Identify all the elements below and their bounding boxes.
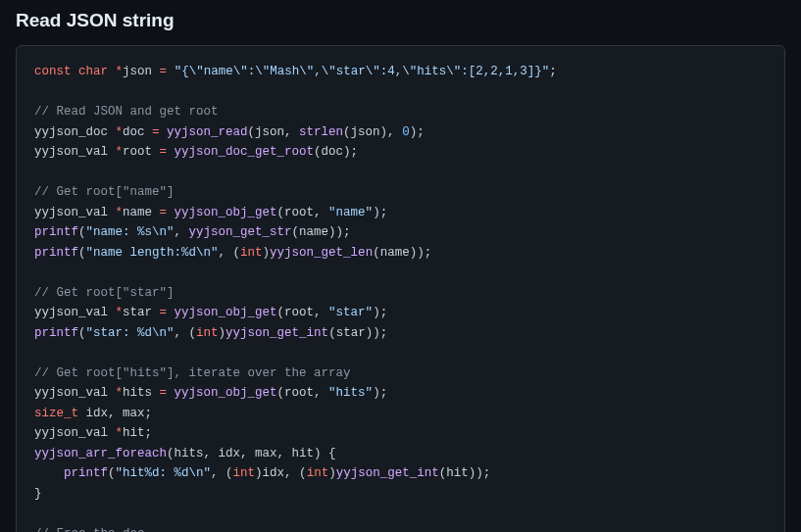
code-token: (name)); (373, 246, 431, 260)
code-token: = (160, 145, 175, 159)
code-token: name (123, 206, 160, 219)
code-token: char (78, 65, 108, 78)
code-token: yyjson_obj_get (175, 206, 277, 219)
code-token: json (123, 65, 152, 78)
code-token: * (116, 145, 124, 159)
code-token: (doc); (314, 145, 358, 159)
code-token: yyjson_val (34, 426, 116, 440)
code-token: yyjson_doc_get_root (175, 145, 315, 159)
code-token: int (196, 326, 219, 340)
code-token: yyjson_obj_get (175, 386, 277, 400)
code-token: ( (78, 326, 86, 340)
code-token: ); (373, 306, 387, 319)
code-token: ); (373, 386, 387, 400)
code-token: "name" (328, 206, 373, 219)
code-token: (hits, idx, max, hit) { (167, 447, 336, 460)
code-token: , ( (175, 326, 197, 340)
code-token: star (123, 306, 160, 319)
code-token: "name length:%d\n" (86, 246, 219, 260)
code-token: yyjson_val (34, 206, 116, 219)
code-token: yyjson_get_int (336, 466, 439, 480)
code-token: strlen (299, 125, 343, 139)
code-token: * (116, 306, 124, 319)
code-token: = (160, 65, 168, 78)
code-token: ; (549, 65, 557, 78)
section-heading: Read JSON string (16, 10, 785, 31)
code-token: root (123, 145, 160, 159)
code-token: ) (328, 466, 336, 480)
code-token: ( (78, 246, 86, 260)
code-token: = (160, 206, 175, 219)
code-token: = (160, 306, 175, 319)
code-token: printf (64, 466, 108, 480)
code-token: * (116, 206, 124, 219)
code-token: * (116, 386, 124, 400)
code-token: 0 (402, 125, 410, 139)
code-comment: // Read JSON and get root (34, 105, 219, 119)
code-token: ) (219, 326, 226, 340)
code-token: int (233, 466, 256, 480)
code-token: (star)); (328, 326, 387, 340)
code-comment: // Free the doc (34, 527, 145, 533)
code-token: "hits" (328, 386, 373, 400)
code-token: yyjson_get_int (225, 326, 328, 340)
code-token: (name)); (292, 225, 351, 239)
code-token: = (160, 386, 175, 400)
code-token: yyjson_get_len (270, 246, 373, 260)
code-token: size_t (34, 407, 78, 420)
code-token: hit; (123, 426, 152, 440)
code-token: , ( (211, 466, 233, 480)
code-token: hits (123, 386, 160, 400)
code-token: } (34, 487, 42, 501)
code-token: (root, (277, 206, 329, 219)
code-token (34, 466, 64, 480)
code-token: "name: %s\n" (86, 225, 175, 239)
code-token: doc (123, 125, 152, 139)
code-token: (hit)); (439, 466, 491, 480)
code-token: "hit%d: %d\n" (116, 466, 212, 480)
code-comment: // Get root["hits"], iterate over the ar… (34, 366, 351, 380)
code-token: , (175, 225, 189, 239)
code-token: )idx, ( (255, 466, 307, 480)
code-comment: // Get root["star"] (34, 286, 175, 300)
code-token: yyjson_doc (34, 125, 116, 139)
code-token: printf (34, 246, 78, 260)
code-token: yyjson_read (167, 125, 248, 139)
code-token: ( (78, 225, 86, 239)
code-token: int (307, 466, 329, 480)
code-token: "star: %d\n" (86, 326, 175, 340)
code-token: ( (108, 466, 116, 480)
code-token: ); (410, 125, 425, 139)
code-token: const (34, 65, 72, 78)
code-token: = (152, 125, 167, 139)
code-comment: // Get root["name"] (34, 185, 175, 199)
code-token: * (116, 65, 124, 78)
code-token: idx, max; (78, 407, 152, 420)
code-token: yyjson_arr_foreach (34, 447, 167, 460)
code-token: * (116, 125, 124, 139)
code-token: (root, (277, 386, 329, 400)
code-token: yyjson_val (34, 386, 116, 400)
code-token: "star" (328, 306, 373, 319)
code-token: ); (373, 206, 387, 219)
code-token: yyjson_get_str (189, 225, 292, 239)
code-block: const char *json = "{\"name\":\"Mash\",\… (16, 45, 785, 532)
code-token: printf (34, 326, 78, 340)
code-token: * (116, 426, 124, 440)
code-token: (root, (277, 306, 329, 319)
code-token: "{\"name\":\"Mash\",\"star\":4,\"hits\":… (175, 65, 550, 78)
code-token: int (240, 246, 263, 260)
code-token: (json), (343, 125, 402, 139)
code-token: (json, (248, 125, 300, 139)
code-token: , ( (219, 246, 241, 260)
code-token: ) (263, 246, 271, 260)
code-token: yyjson_val (34, 306, 116, 319)
code-token: printf (34, 225, 78, 239)
code-token: yyjson_obj_get (175, 306, 277, 319)
code-token: yyjson_val (34, 145, 116, 159)
